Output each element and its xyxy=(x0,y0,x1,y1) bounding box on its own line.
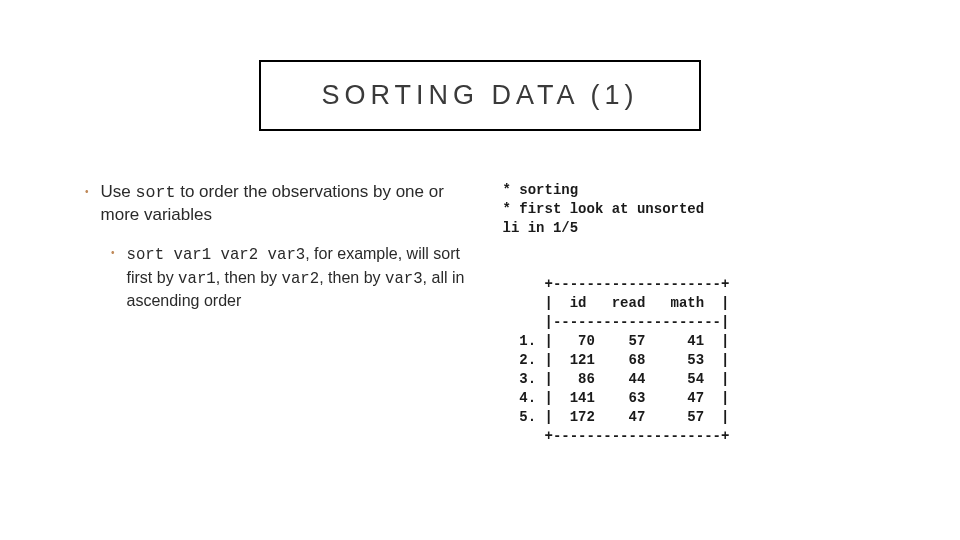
sub-bullet-sort-example: • sort var1 var2 var3, for example, will… xyxy=(111,243,473,311)
left-column: • Use sort to order the observations by … xyxy=(70,181,473,445)
bullet-dot-icon: • xyxy=(111,243,115,311)
bullet-dot-icon: • xyxy=(85,181,89,227)
inline-code: sort var1 var2 var3 xyxy=(127,246,306,264)
inline-code: var3 xyxy=(385,270,423,288)
title-box: SORTING DATA (1) xyxy=(259,60,700,131)
inline-code: var2 xyxy=(282,270,320,288)
bullet-use-sort: • Use sort to order the observations by … xyxy=(85,181,473,227)
slide: SORTING DATA (1) • Use sort to order the… xyxy=(0,0,960,540)
slide-title: SORTING DATA (1) xyxy=(321,80,638,111)
stata-output: * sorting * first look at unsorted li in… xyxy=(503,181,891,445)
sub-bullet-text: sort var1 var2 var3, for example, will s… xyxy=(127,243,473,311)
inline-code: var1 xyxy=(178,270,216,288)
bullet-text: Use sort to order the observations by on… xyxy=(101,181,473,227)
text-fragment: , then by xyxy=(319,269,385,286)
content-columns: • Use sort to order the observations by … xyxy=(70,181,890,445)
right-column: * sorting * first look at unsorted li in… xyxy=(503,181,891,445)
inline-code: sort xyxy=(135,183,175,202)
text-fragment: , then by xyxy=(216,269,282,286)
text-fragment: Use xyxy=(101,182,136,201)
